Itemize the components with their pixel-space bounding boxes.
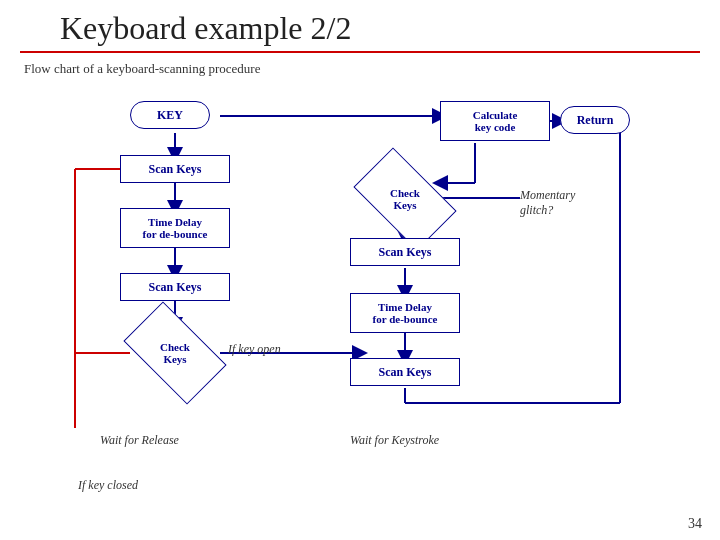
if-key-closed-label: If key closed xyxy=(78,478,138,493)
scan-keys-2-box: Scan Keys xyxy=(120,273,230,301)
momentary-glitch-label: Momentary glitch? xyxy=(520,188,575,218)
scan-keys-3-box: Scan Keys xyxy=(350,238,460,266)
wait-for-release-label: Wait for Release xyxy=(100,433,179,448)
check-keys-1-diamond: Check Keys xyxy=(130,325,220,381)
time-delay-1-box: Time Delay for de-bounce xyxy=(120,208,230,248)
if-key-open-label: If key open xyxy=(228,342,281,357)
scan-keys-1-box: Scan Keys xyxy=(120,155,230,183)
subtitle: Flow chart of a keyboard-scanning proced… xyxy=(24,61,700,77)
calculate-box: Calculate key code xyxy=(440,101,550,141)
page-title: Keyboard example 2/2 xyxy=(60,10,700,47)
time-delay-2-box: Time Delay for de-bounce xyxy=(350,293,460,333)
wait-for-keystroke-label: Wait for Keystroke xyxy=(350,433,439,448)
check-keys-2-diamond: Check Keys xyxy=(360,171,450,227)
red-divider xyxy=(20,51,700,53)
flow-diagram: KEY Scan Keys Time Delay for de-bounce S… xyxy=(20,83,700,483)
key-box: KEY xyxy=(130,101,210,129)
return-box: Return xyxy=(560,106,630,134)
page: Keyboard example 2/2 Flow chart of a key… xyxy=(0,0,720,540)
page-number: 34 xyxy=(688,516,702,532)
scan-keys-4-box: Scan Keys xyxy=(350,358,460,386)
